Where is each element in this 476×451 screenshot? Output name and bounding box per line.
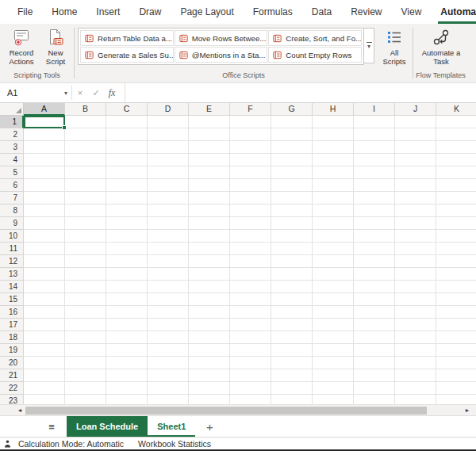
ribbon-tab-data[interactable]: Data <box>302 0 341 24</box>
cell-i1[interactable] <box>354 116 395 128</box>
cell-b19[interactable] <box>65 344 106 357</box>
row-header-2[interactable]: 2 <box>0 128 24 141</box>
cell-e4[interactable] <box>189 154 230 166</box>
calculation-mode-status[interactable]: Calculation Mode: Automatic <box>18 439 124 449</box>
cell-c1[interactable] <box>106 116 148 128</box>
ribbon-tab-formulas[interactable]: Formulas <box>244 0 302 24</box>
cell-j20[interactable] <box>395 357 436 369</box>
cell-e1[interactable] <box>189 116 230 128</box>
cell-h22[interactable] <box>313 382 354 395</box>
cell-a20[interactable] <box>24 357 65 369</box>
cell-i11[interactable] <box>354 243 395 255</box>
all-scripts-button[interactable]: All Scripts <box>378 26 410 67</box>
cell-f12[interactable] <box>230 255 271 268</box>
row-header-1[interactable]: 1 <box>0 116 24 128</box>
cell-c7[interactable] <box>106 192 148 204</box>
cell-g9[interactable] <box>271 217 313 230</box>
cell-b13[interactable] <box>65 268 106 281</box>
sheet-tab-sheet1[interactable]: Sheet1 <box>148 416 195 437</box>
cell-i16[interactable] <box>354 306 395 319</box>
cell-i6[interactable] <box>354 179 395 192</box>
script-gallery-item-mentions-in-a-sta[interactable]: @Mentions in a Sta... <box>175 47 268 63</box>
horizontal-scrollbar[interactable]: ◄ ► <box>0 404 476 415</box>
name-box[interactable]: A1 ▾ <box>0 83 71 102</box>
cell-a21[interactable] <box>24 369 65 382</box>
automate-a-task-button[interactable]: Automate a Task <box>416 26 466 67</box>
cell-g23[interactable] <box>271 395 313 404</box>
cell-h23[interactable] <box>313 395 354 404</box>
cell-c16[interactable] <box>106 306 148 319</box>
cell-g20[interactable] <box>271 357 313 369</box>
cell-h12[interactable] <box>313 255 354 268</box>
formula-input[interactable] <box>125 83 476 102</box>
cell-f6[interactable] <box>230 179 271 192</box>
cell-a1[interactable] <box>24 116 65 128</box>
cell-i12[interactable] <box>354 255 395 268</box>
row-header-20[interactable]: 20 <box>0 357 24 369</box>
cell-g22[interactable] <box>271 382 313 395</box>
cell-e22[interactable] <box>189 382 230 395</box>
cell-i14[interactable] <box>354 281 395 293</box>
cell-j15[interactable] <box>395 293 436 306</box>
cell-k6[interactable] <box>436 179 476 192</box>
cell-c3[interactable] <box>106 141 148 154</box>
cell-f1[interactable] <box>230 116 271 128</box>
cell-i22[interactable] <box>354 382 395 395</box>
cell-g14[interactable] <box>271 281 313 293</box>
cell-a12[interactable] <box>24 255 65 268</box>
cell-k14[interactable] <box>436 281 476 293</box>
cell-f22[interactable] <box>230 382 271 395</box>
cell-h9[interactable] <box>313 217 354 230</box>
cell-f15[interactable] <box>230 293 271 306</box>
cell-f16[interactable] <box>230 306 271 319</box>
cell-e6[interactable] <box>189 179 230 192</box>
column-header-e[interactable]: E <box>189 103 230 116</box>
cell-f17[interactable] <box>230 319 271 331</box>
column-header-b[interactable]: B <box>65 103 106 116</box>
cell-g17[interactable] <box>271 319 313 331</box>
cell-g2[interactable] <box>271 128 313 141</box>
cell-c12[interactable] <box>106 255 148 268</box>
cell-a16[interactable] <box>24 306 65 319</box>
cell-a8[interactable] <box>24 204 65 217</box>
scrollbar-track[interactable] <box>25 405 462 415</box>
cell-d21[interactable] <box>148 369 189 382</box>
cell-d20[interactable] <box>148 357 189 369</box>
cell-c15[interactable] <box>106 293 148 306</box>
sheet-list-icon[interactable]: ≡ <box>43 416 60 437</box>
cell-i15[interactable] <box>354 293 395 306</box>
cell-f10[interactable] <box>230 230 271 243</box>
cell-c4[interactable] <box>106 154 148 166</box>
cell-b15[interactable] <box>65 293 106 306</box>
cancel-button[interactable]: × <box>72 83 88 102</box>
cell-j4[interactable] <box>395 154 436 166</box>
cell-b18[interactable] <box>65 331 106 344</box>
script-gallery-item-return-table-data-a[interactable]: Return Table Data a... <box>80 30 174 46</box>
cell-e19[interactable] <box>189 344 230 357</box>
cell-i2[interactable] <box>354 128 395 141</box>
ribbon-tab-review[interactable]: Review <box>341 0 391 24</box>
cell-b14[interactable] <box>65 281 106 293</box>
cell-e12[interactable] <box>189 255 230 268</box>
cell-f9[interactable] <box>230 217 271 230</box>
cell-f11[interactable] <box>230 243 271 255</box>
script-gallery-item-move-rows-betwee[interactable]: Move Rows Betwee... <box>175 30 268 46</box>
cell-c17[interactable] <box>106 319 148 331</box>
cell-f20[interactable] <box>230 357 271 369</box>
row-header-16[interactable]: 16 <box>0 306 24 319</box>
cell-g4[interactable] <box>271 154 313 166</box>
ribbon-tab-automate[interactable]: Automate <box>431 0 476 24</box>
cell-c20[interactable] <box>106 357 148 369</box>
cell-a7[interactable] <box>24 192 65 204</box>
scroll-left-icon[interactable]: ◄ <box>14 405 25 415</box>
cell-c22[interactable] <box>106 382 148 395</box>
ribbon-tab-page-layout[interactable]: Page Layout <box>171 0 243 24</box>
cell-b1[interactable] <box>65 116 106 128</box>
cell-h5[interactable] <box>313 166 354 179</box>
enter-button[interactable]: ✓ <box>88 83 104 102</box>
cell-h16[interactable] <box>313 306 354 319</box>
cell-b10[interactable] <box>65 230 106 243</box>
row-header-10[interactable]: 10 <box>0 230 24 243</box>
cell-f4[interactable] <box>230 154 271 166</box>
cell-e9[interactable] <box>189 217 230 230</box>
